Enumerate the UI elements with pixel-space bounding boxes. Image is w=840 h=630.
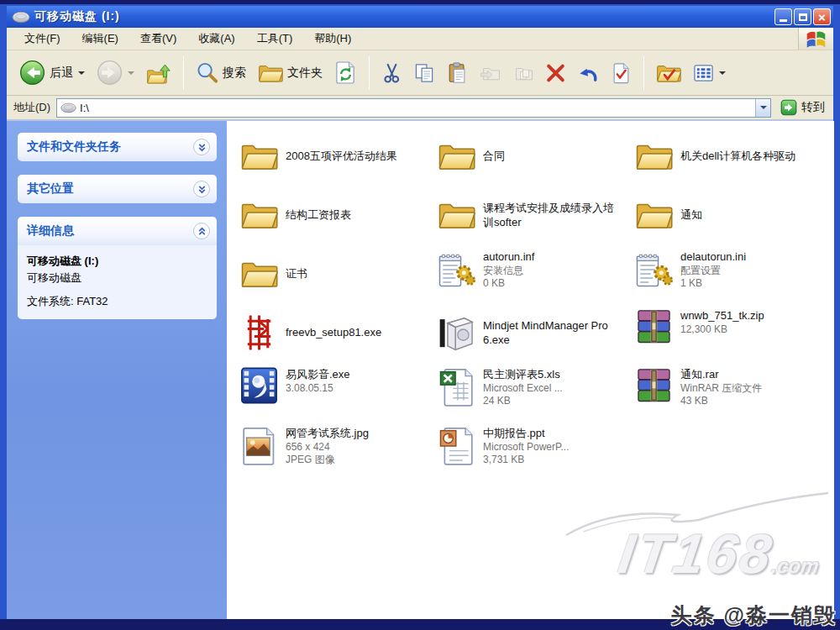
panel-title: 文件和文件夹任务 bbox=[27, 139, 121, 155]
details-drive-name: 可移动磁盘 (I:) bbox=[27, 254, 208, 269]
panel-details-header[interactable]: 详细信息 bbox=[18, 217, 217, 245]
menu-tools[interactable]: 工具(T) bbox=[246, 29, 304, 49]
file-item[interactable]: 证书 bbox=[240, 249, 429, 298]
expand-button[interactable] bbox=[193, 139, 210, 155]
file-name: 机关dell计算机各种驱动 bbox=[680, 150, 795, 164]
image-dimensions: 656 x 424 bbox=[286, 441, 369, 454]
forward-button[interactable] bbox=[92, 57, 139, 88]
folder-icon bbox=[635, 197, 673, 234]
collapse-button[interactable] bbox=[193, 223, 210, 239]
explorer-window: 可移动磁盘 (I:) × 文件(F) 编辑(E) 查看(V) 收藏(A) 工具(… bbox=[7, 6, 833, 619]
file-item[interactable]: freevb_setup81.exe bbox=[240, 308, 429, 357]
properties-button[interactable] bbox=[606, 60, 636, 87]
file-item[interactable]: 易风影音.exe 3.08.05.15 bbox=[240, 367, 429, 426]
file-item[interactable]: wnwb_751_tk.zip 12,300 KB bbox=[635, 308, 824, 367]
watermark-swoosh bbox=[549, 490, 833, 538]
panel-file-tasks-header[interactable]: 文件和文件夹任务 bbox=[18, 133, 217, 161]
folders-icon bbox=[258, 61, 283, 85]
views-button[interactable] bbox=[689, 60, 730, 87]
file-type: 安装信息 bbox=[483, 265, 534, 278]
file-item[interactable]: 机关dell计算机各种驱动 bbox=[635, 132, 824, 181]
toolbar-separator bbox=[369, 56, 370, 90]
maximize-button[interactable] bbox=[794, 8, 811, 25]
folder-check-icon bbox=[656, 61, 681, 85]
up-button[interactable] bbox=[142, 59, 176, 87]
cut-button[interactable] bbox=[377, 60, 407, 87]
forward-icon bbox=[97, 60, 123, 86]
file-item[interactable]: 通知 bbox=[635, 191, 824, 239]
file-item[interactable]: delautorun.ini 配置设置 1 KB bbox=[635, 249, 824, 308]
file-name: 民主测评表5.xls bbox=[483, 368, 563, 382]
back-dropdown-caret[interactable] bbox=[78, 71, 85, 75]
undo-button[interactable] bbox=[574, 60, 603, 87]
copy-to-icon bbox=[512, 62, 533, 84]
move-to-button[interactable] bbox=[475, 60, 505, 87]
file-name: 中期报告.ppt bbox=[483, 427, 569, 441]
address-bar: 地址(D) 转到 bbox=[7, 96, 833, 121]
views-icon bbox=[693, 62, 714, 84]
title-bar[interactable]: 可移动磁盘 (I:) × bbox=[7, 6, 833, 28]
paste-button[interactable] bbox=[443, 60, 472, 87]
folders-button[interactable]: 文件夹 bbox=[254, 59, 327, 87]
up-folder-icon bbox=[146, 61, 171, 85]
menu-file[interactable]: 文件(F) bbox=[13, 29, 71, 49]
file-item[interactable]: 2008五项评优活动结果 bbox=[240, 132, 429, 181]
copy-button[interactable] bbox=[410, 60, 439, 87]
file-name: 课程考试安排及成绩录入培训softer bbox=[483, 202, 617, 230]
file-item[interactable]: 结构工资报表 bbox=[240, 191, 429, 239]
delete-button[interactable] bbox=[541, 60, 570, 87]
paste-icon bbox=[447, 62, 468, 84]
menu-favorites[interactable]: 收藏(A) bbox=[187, 29, 245, 49]
config-icon bbox=[635, 249, 673, 290]
file-list: 2008五项评优活动结果 合同 机关dell计算机各种驱动 结构工资报表 课程考… bbox=[227, 121, 834, 619]
powerpoint-icon bbox=[438, 426, 475, 466]
file-size: 0 KB bbox=[483, 277, 534, 291]
file-item[interactable]: 合同 bbox=[438, 132, 627, 181]
search-button[interactable]: 搜索 bbox=[192, 58, 250, 87]
panel-title: 其它位置 bbox=[27, 181, 74, 197]
address-combo[interactable] bbox=[56, 98, 771, 118]
menu-view[interactable]: 查看(V) bbox=[129, 29, 187, 49]
copy-icon bbox=[414, 62, 435, 84]
menu-help[interactable]: 帮助(H) bbox=[303, 29, 362, 49]
address-input[interactable] bbox=[76, 102, 755, 114]
go-icon bbox=[780, 99, 797, 116]
back-icon bbox=[19, 60, 45, 86]
views-dropdown-caret[interactable] bbox=[719, 71, 726, 75]
menu-edit[interactable]: 编辑(E) bbox=[71, 29, 129, 49]
file-item[interactable]: autorun.inf 安装信息 0 KB bbox=[438, 249, 627, 308]
file-item[interactable]: 网管考试系统.jpg 656 x 424 JPEG 图像 bbox=[240, 426, 429, 485]
file-name: 易风影音.exe bbox=[286, 368, 350, 382]
back-button[interactable]: 后退 bbox=[15, 57, 89, 88]
expand-button[interactable] bbox=[193, 181, 210, 197]
undo-icon bbox=[578, 62, 599, 84]
installer-icon bbox=[438, 312, 475, 353]
sidebar: 文件和文件夹任务 其它位置 详细信息 可移动磁盘 (I:) 可移动磁盘 bbox=[7, 121, 227, 619]
file-name: 合同 bbox=[483, 150, 505, 164]
minimize-button[interactable] bbox=[774, 8, 792, 25]
go-button[interactable]: 转到 bbox=[777, 99, 828, 116]
file-item[interactable]: 课程考试安排及成绩录入培训softer bbox=[438, 191, 627, 239]
close-button[interactable]: × bbox=[813, 8, 831, 25]
folder-icon bbox=[240, 138, 278, 175]
chevron-double-down-icon bbox=[197, 142, 207, 153]
file-name: 结构工资报表 bbox=[286, 208, 351, 223]
address-dropdown-button[interactable] bbox=[755, 99, 770, 117]
file-type: Microsoft PowerP... bbox=[483, 441, 569, 454]
favorites-folder-button[interactable] bbox=[652, 59, 685, 87]
watermark-it168: IT168.com bbox=[615, 522, 825, 585]
file-item[interactable]: 中期报告.ppt Microsoft PowerP... 3,731 KB bbox=[438, 426, 627, 485]
file-size: 24 KB bbox=[483, 395, 563, 408]
file-item[interactable]: 民主测评表5.xls Microsoft Excel ... 24 KB bbox=[438, 367, 627, 426]
details-drive-type: 可移动磁盘 bbox=[27, 270, 208, 286]
refresh-button[interactable] bbox=[330, 58, 361, 87]
credit-text: 头条 @淼一销毁 bbox=[671, 601, 837, 629]
file-type: 配置设置 bbox=[680, 265, 746, 278]
winrar-icon bbox=[635, 308, 673, 345]
go-label: 转到 bbox=[801, 100, 825, 115]
file-item[interactable]: Mindjet MindManager Pro 6.exe bbox=[438, 308, 627, 357]
file-item[interactable]: 通知.rar WinRAR 压缩文件 43 KB bbox=[635, 367, 824, 426]
cut-icon bbox=[381, 62, 402, 84]
copy-to-button[interactable] bbox=[508, 60, 538, 87]
panel-other-places-header[interactable]: 其它位置 bbox=[18, 175, 217, 203]
